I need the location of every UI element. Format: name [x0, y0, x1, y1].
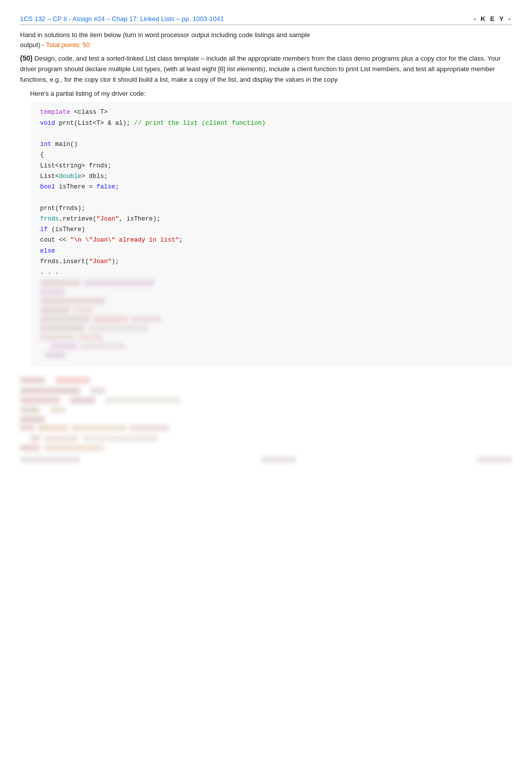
- code-line-11: frnds.retrieve("Joan", isThere);: [40, 214, 502, 225]
- code-comment-1: // print the list (client function): [130, 120, 265, 127]
- code-prnt: prnt(frnds);: [40, 205, 85, 212]
- code-line-12: if (isThere): [40, 225, 502, 235]
- code-dots: . . .: [40, 269, 59, 276]
- code-line-5: {: [40, 150, 502, 160]
- intro-text-prefix: output) -: [20, 41, 46, 49]
- kw-template: template: [40, 109, 70, 116]
- code-line-4: int main(): [40, 139, 502, 150]
- code-line11-rest: .retrieve(: [59, 216, 97, 223]
- blurred-code-section: [40, 280, 502, 358]
- code-line7-rest: > dbls;: [82, 173, 108, 180]
- code-line-13: cout << "\n \"Joan\" already in list";: [40, 235, 502, 246]
- code-line-14: else: [40, 246, 502, 257]
- key-label: - K E Y -: [474, 15, 512, 23]
- code-line-8: bool isThere = false;: [40, 182, 502, 192]
- code-line-1: template <class T>: [40, 107, 502, 118]
- code-line2-rest: & al);: [104, 120, 131, 127]
- total-points: Total points: 50: [46, 41, 90, 49]
- intro-text-line1: Hand in solutions to the item below (tur…: [20, 31, 310, 39]
- code-line8-rest: isThere =: [55, 183, 97, 190]
- partial-listing-label: Here's a partial listing of my driver co…: [30, 90, 512, 97]
- code-line12-rest: (isThere): [48, 226, 85, 233]
- question-paragraph: (50) Design, code, and test a sorted-lin…: [20, 53, 512, 85]
- code-line-16: . . .: [40, 267, 502, 278]
- str-already: "\n \"Joan\" already in list": [70, 237, 179, 244]
- footer-blurred-section: [20, 377, 512, 463]
- code-line1-rest: <class T>: [70, 109, 108, 116]
- code-line-blank: [40, 129, 502, 139]
- str-joan-1: "Joan": [97, 216, 119, 223]
- header-bar: 1CS 132 – CP II - Assign #24 – Chap 17: …: [20, 15, 512, 25]
- kw-else: else: [40, 248, 55, 255]
- code-line-blank2: [40, 192, 502, 203]
- kw-frnds: frnds: [40, 216, 59, 223]
- code-block: template <class T> void prnt(List<T> & a…: [30, 101, 512, 367]
- code-line8-end: ;: [115, 183, 119, 190]
- kw-false: false: [97, 183, 116, 190]
- code-line-2: void prnt(List<T> & al); // print the li…: [40, 118, 502, 129]
- str-joan-2: "Joan": [89, 258, 112, 265]
- code-line7-prefix: List<: [40, 173, 59, 180]
- kw-if: if: [40, 226, 48, 233]
- code-line15-end: );: [112, 258, 119, 265]
- code-line11-end: , isThere);: [119, 216, 161, 223]
- code-line-7: List<double> dbls;: [40, 171, 502, 182]
- question-body: Design, code, and test a sorted-linked L…: [20, 55, 500, 83]
- question-number: (50): [20, 54, 33, 62]
- kw-bool: bool: [40, 183, 55, 190]
- intro-paragraph: Hand in solutions to the item below (tur…: [20, 30, 512, 50]
- code-line-15: frnds.insert("Joan");: [40, 257, 502, 267]
- code-line2-fn: prnt(List<T>: [55, 120, 104, 127]
- code-line4-rest: main(): [52, 141, 78, 148]
- code-cout: cout <<: [40, 237, 70, 244]
- code-line13-end: ;: [179, 237, 183, 244]
- kw-void: void: [40, 120, 55, 127]
- kw-int: int: [40, 141, 52, 148]
- code-brace: {: [40, 151, 44, 158]
- kw-double: double: [59, 173, 82, 180]
- code-line15-indent: frnds.insert(: [40, 258, 89, 265]
- document-title: 1CS 132 – CP II - Assign #24 – Chap 17: …: [20, 15, 224, 23]
- code-line-6: List<string> frnds;: [40, 161, 502, 171]
- code-line-10: prnt(frnds);: [40, 204, 502, 214]
- code-line6: List<string> frnds;: [40, 162, 112, 169]
